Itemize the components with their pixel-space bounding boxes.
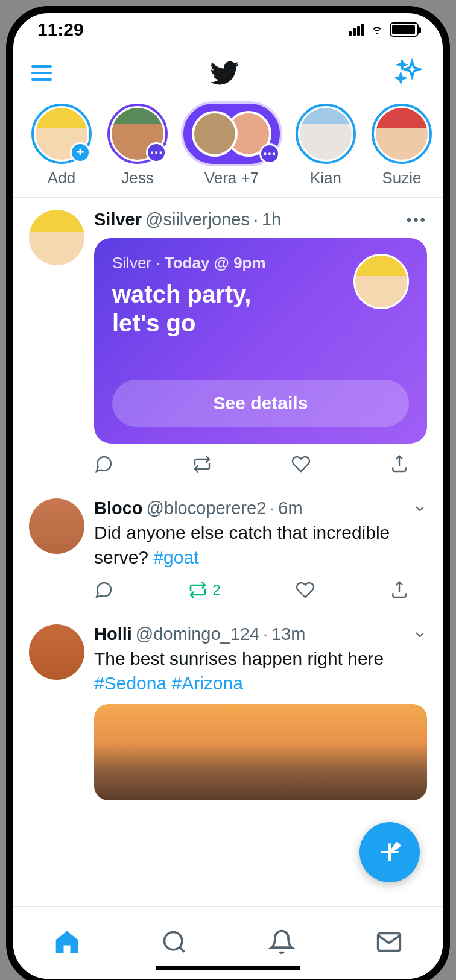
tweet[interactable]: Silver @siilverjones · 1h ••• Silver · T… [13,198,443,486]
space-pill [183,104,280,164]
tweet-time: 13m [271,624,305,644]
nav-home[interactable] [54,929,80,958]
avatar[interactable] [29,210,84,265]
nav-notifications[interactable] [268,929,295,958]
compose-icon [375,837,405,867]
tweet-text: The best sunrises happen right here #Sed… [94,647,427,696]
retweet-button[interactable]: 2 [188,580,220,600]
phone-frame: 11:29 + Add Jess [6,6,450,980]
fleets-row[interactable]: + Add Jess Vera +7 [13,100,443,198]
fleet-space[interactable]: Vera +7 [183,104,280,187]
tweet-actions [94,454,427,474]
nav-messages[interactable] [376,929,402,958]
tweet-image[interactable] [94,704,427,800]
tweet[interactable]: Bloco @blocoperere2 · 6m Did anyone else… [13,486,443,612]
avatar[interactable] [29,624,84,680]
author-name[interactable]: Holli [94,624,132,644]
tweet-body: Holli @domingo_124 · 13m The best sunris… [94,624,427,800]
tweet-body: Silver @siilverjones · 1h ••• Silver · T… [94,210,427,474]
sparkle-icon[interactable] [394,58,425,88]
fleet-label: Add [48,169,75,187]
author-name[interactable]: Silver [94,210,142,230]
fleet-item[interactable]: Suzie [372,104,432,187]
avatar [353,254,409,309]
retweet-count: 2 [212,582,220,598]
top-nav [13,46,443,100]
author-name[interactable]: Bloco [94,498,143,518]
space-dots-icon [259,143,280,164]
fleet-label: Vera +7 [204,169,259,187]
fleet-item[interactable]: Jess [107,104,168,187]
plus-icon: + [70,142,90,163]
twitter-logo-icon [210,58,240,88]
battery-icon [390,22,419,37]
hashtag[interactable]: #Arizona [171,673,242,693]
tweet-time: 1h [262,210,281,230]
hashtag[interactable]: #Sedona [94,673,166,693]
avatar[interactable] [29,498,84,554]
author-handle[interactable]: @domingo_124 [136,624,259,644]
chevron-down-icon[interactable] [413,627,427,642]
nav-search[interactable] [161,929,188,958]
like-button[interactable] [291,454,311,474]
compose-button[interactable] [359,822,420,882]
fleet-ring [296,104,356,164]
tweet-header: Holli @domingo_124 · 13m [94,624,427,644]
svg-point-0 [165,932,182,949]
fleet-label: Suzie [382,169,421,187]
cellular-icon [349,24,364,36]
like-button[interactable] [296,580,315,600]
menu-button[interactable] [31,65,55,81]
reply-button[interactable] [94,580,113,600]
author-handle[interactable]: @blocoperere2 [147,498,267,518]
tweet-text: Did anyone else catch that incredible se… [94,521,427,570]
reply-button[interactable] [94,454,113,474]
tweet-header: Bloco @blocoperere2 · 6m [94,498,427,518]
fleet-ring [372,104,432,164]
fleet-label: Kian [310,169,341,187]
status-icons [349,22,419,37]
feed[interactable]: Silver @siilverjones · 1h ••• Silver · T… [13,198,443,906]
wifi-icon [369,24,385,36]
fleet-label: Jess [121,169,153,187]
tweet-actions: 2 [94,580,427,600]
fleet-ring: + [31,104,92,164]
fleet-add[interactable]: + Add [31,104,92,187]
avatar [300,108,352,160]
author-handle[interactable]: @siilverjones [145,210,250,230]
hashtag[interactable]: #goat [153,547,198,567]
space-dots-icon [146,142,166,163]
avatar [376,108,428,160]
tweet-time: 6m [278,498,302,518]
space-card[interactable]: Silver · Today @ 9pm watch party, let's … [94,238,427,444]
tweet-body: Bloco @blocoperere2 · 6m Did anyone else… [94,498,427,600]
tweet-header: Silver @siilverjones · 1h ••• [94,210,427,230]
share-button[interactable] [390,580,409,600]
chevron-down-icon[interactable] [413,501,427,516]
share-button[interactable] [390,454,409,474]
more-icon[interactable]: ••• [407,212,427,228]
retweet-button[interactable] [192,454,212,474]
fleet-item[interactable]: Kian [296,104,356,187]
see-details-button[interactable]: See details [112,380,409,427]
fleet-ring [107,104,168,164]
home-indicator [156,966,300,970]
avatar [192,111,238,157]
status-bar: 11:29 [13,13,443,46]
tweet[interactable]: Holli @domingo_124 · 13m The best sunris… [13,612,443,812]
status-time: 11:29 [37,19,84,40]
